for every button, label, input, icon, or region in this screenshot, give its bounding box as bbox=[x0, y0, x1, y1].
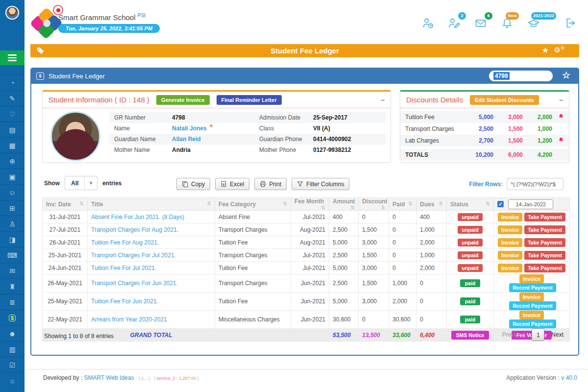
search-value: 4798 bbox=[493, 72, 510, 80]
totals-label: TOTALS bbox=[405, 151, 464, 158]
gallery-icon[interactable]: ◨ bbox=[0, 231, 24, 247]
guardian-name-link[interactable]: Allan Reid bbox=[172, 136, 201, 143]
website-icon[interactable]: ⊕ bbox=[0, 153, 24, 169]
invoice-button[interactable]: Invoice bbox=[498, 238, 522, 247]
fee-title-link[interactable]: Tuition Fee For Aug 2021. bbox=[91, 239, 159, 246]
collapse-icon[interactable]: – bbox=[559, 96, 563, 104]
campus-icon[interactable]: ♜ bbox=[0, 278, 24, 294]
session-cap-icon[interactable]: 2021-2022 bbox=[527, 17, 541, 30]
messages-icon[interactable]: 6 bbox=[474, 17, 488, 30]
discount-amount: 2,700 bbox=[464, 137, 493, 144]
previous-page-button[interactable]: Previous bbox=[502, 331, 525, 338]
developer-link[interactable]: SMART Web Ideas bbox=[84, 374, 134, 381]
mail-fee-icon[interactable]: ✉ bbox=[0, 263, 24, 278]
recent-payment-button[interactable]: Recent Payment bbox=[509, 301, 556, 310]
col-fee-month[interactable]: Fee Month⇅ bbox=[291, 198, 329, 211]
student-field-row: Guardian Name Allan Reid Guardian Phone … bbox=[109, 134, 386, 145]
edit-discounts-button[interactable]: Edit Student Discounts bbox=[470, 95, 539, 105]
take-payment-button[interactable]: Take Payment bbox=[524, 264, 565, 272]
fee-title-link[interactable]: Transport Charges For Jun 2021. bbox=[91, 280, 178, 287]
user-clock-icon[interactable] bbox=[421, 17, 435, 30]
user-avatar[interactable] bbox=[5, 6, 19, 20]
fee-row: 22-May-2021 Arrears from Year 2020-2021 … bbox=[43, 311, 570, 329]
final-reminder-button[interactable]: Final Reminder Letter bbox=[217, 95, 282, 105]
print-button[interactable]: Print bbox=[254, 178, 287, 190]
health-icon[interactable]: ♡ bbox=[0, 106, 24, 122]
dashboard-icon[interactable]: ◔ bbox=[0, 74, 24, 90]
fee-title-link[interactable]: Transport Charges For Aug 2021. bbox=[91, 226, 178, 233]
fee-title-link[interactable]: Tuition Fee For Jun 2021. bbox=[91, 298, 158, 305]
filter-rows-input[interactable] bbox=[507, 178, 564, 190]
discount-row: Tuition Fee 5,000 3,000 2,000 bbox=[400, 111, 569, 123]
date-filter-input[interactable] bbox=[508, 199, 553, 209]
col-discount[interactable]: Discount⇅ bbox=[359, 198, 389, 211]
collapse-icon[interactable]: – bbox=[381, 96, 385, 104]
fee-title-link[interactable]: Arrears from Year 2020-2021 bbox=[91, 316, 167, 323]
panel-star-icon[interactable]: ☆ bbox=[562, 70, 570, 81]
bell-icon[interactable] bbox=[552, 137, 564, 145]
filter-rows-control: Filter Rows: bbox=[469, 178, 564, 190]
user-edit-icon[interactable]: 2 bbox=[448, 17, 462, 30]
library-icon[interactable]: ≣ bbox=[0, 294, 24, 310]
tasks-icon[interactable]: ☑ bbox=[0, 357, 24, 372]
clipboard-icon[interactable]: ▣ bbox=[0, 169, 24, 184]
discount-label: Transport Charges bbox=[405, 125, 464, 132]
field-value: 4798 bbox=[172, 114, 254, 121]
favorite-star-icon[interactable]: ★ bbox=[542, 46, 549, 55]
sms-notice-button[interactable]: SMS Notice bbox=[451, 331, 490, 340]
discount-net: 1,200 bbox=[523, 137, 552, 144]
calendar-icon[interactable]: ⊞ bbox=[0, 200, 24, 216]
page-length-select[interactable]: All ∨ bbox=[65, 176, 98, 190]
id-card-icon[interactable]: ▦ bbox=[0, 137, 24, 153]
student-name-link[interactable]: Natali Jones bbox=[172, 125, 207, 132]
invoice-button[interactable]: Invoice bbox=[498, 251, 522, 260]
invoice-button[interactable]: Invoice bbox=[498, 264, 522, 272]
recent-payment-button[interactable]: Recent Payment bbox=[509, 319, 556, 328]
col-status[interactable]: Status⇅ bbox=[447, 198, 494, 211]
col-paid[interactable]: Paid⇅ bbox=[389, 198, 416, 211]
discounts-title: Discounts Details bbox=[406, 96, 463, 104]
fee-title-link[interactable]: Transport Charges For Jul 2021. bbox=[91, 252, 176, 259]
notifications-bell-icon[interactable]: New bbox=[501, 17, 514, 30]
recent-payment-button[interactable]: Recent Payment bbox=[509, 283, 556, 292]
col-fee-category[interactable]: Fee Category⇅ bbox=[215, 198, 291, 211]
invoice-button[interactable]: Invoice bbox=[498, 213, 522, 221]
col-title[interactable]: Title⇅ bbox=[88, 198, 215, 211]
fee-ledger-icon[interactable]: $ bbox=[0, 310, 24, 325]
front-desk-icon[interactable]: ⌨ bbox=[0, 247, 24, 263]
fee-card-icon[interactable]: ▤ bbox=[0, 122, 24, 137]
date-filter-checkbox[interactable]: ✓ bbox=[497, 201, 504, 207]
invoice-button[interactable]: Invoice bbox=[519, 293, 544, 301]
take-payment-button[interactable]: Take Payment bbox=[524, 238, 565, 247]
take-payment-button[interactable]: Take Payment bbox=[524, 213, 565, 221]
fee-title-link[interactable]: Tuition Fee For Jul 2021. bbox=[91, 265, 156, 271]
fee-title-link[interactable]: Absent Fine For Jun 2021. (8 Days) bbox=[91, 214, 184, 220]
staff-icon[interactable]: ♙ bbox=[0, 216, 24, 231]
invoice-button[interactable]: Invoice bbox=[519, 274, 544, 283]
page-number-button[interactable]: 1 bbox=[532, 328, 544, 341]
alumni-icon[interactable]: ⌂ bbox=[0, 372, 24, 388]
logout-icon[interactable] bbox=[564, 17, 578, 30]
menu-toggle-button[interactable] bbox=[0, 50, 24, 65]
copy-button[interactable]: Copy bbox=[176, 178, 210, 190]
filter-columns-button[interactable]: Filter Columns bbox=[292, 178, 349, 190]
parents-icon[interactable]: ☻ bbox=[0, 325, 24, 341]
student-admission-icon[interactable]: ✎ bbox=[0, 90, 24, 106]
generate-invoice-button[interactable]: Generate Invoice bbox=[156, 95, 210, 105]
take-payment-button[interactable]: Take Payment bbox=[524, 251, 565, 260]
take-payment-button[interactable]: Take Payment bbox=[524, 225, 565, 234]
settings-gears-icon[interactable]: ⚙⚙ bbox=[554, 46, 564, 54]
app-root: ◔ ✎ ♡ ▤ ▦ ⊕ ▣ ☺ ⊞ ♙ ◨ ⌨ ✉ ♜ ≣ $ ☻ ▥ ☑ ⌂ bbox=[0, 0, 588, 392]
col-amount[interactable]: Amount⇅ bbox=[329, 198, 359, 211]
next-page-button[interactable]: Next bbox=[551, 331, 564, 338]
excel-button[interactable]: Excel bbox=[215, 178, 249, 190]
bell-icon[interactable] bbox=[552, 113, 564, 121]
invoice-button[interactable]: Invoice bbox=[498, 225, 522, 234]
certificate-icon[interactable]: ▥ bbox=[0, 341, 24, 357]
col-dues[interactable]: Dues⇅ bbox=[416, 198, 447, 211]
search-input[interactable]: 4798 bbox=[489, 71, 553, 81]
fee-row: 31-Jul-2021 Absent Fine For Jun 2021. (8… bbox=[43, 211, 570, 223]
col-inv-date[interactable]: Inv: Date⇅ bbox=[43, 198, 88, 211]
invoice-button[interactable]: Invoice bbox=[519, 311, 544, 319]
student-icon[interactable]: ☺ bbox=[0, 184, 24, 200]
